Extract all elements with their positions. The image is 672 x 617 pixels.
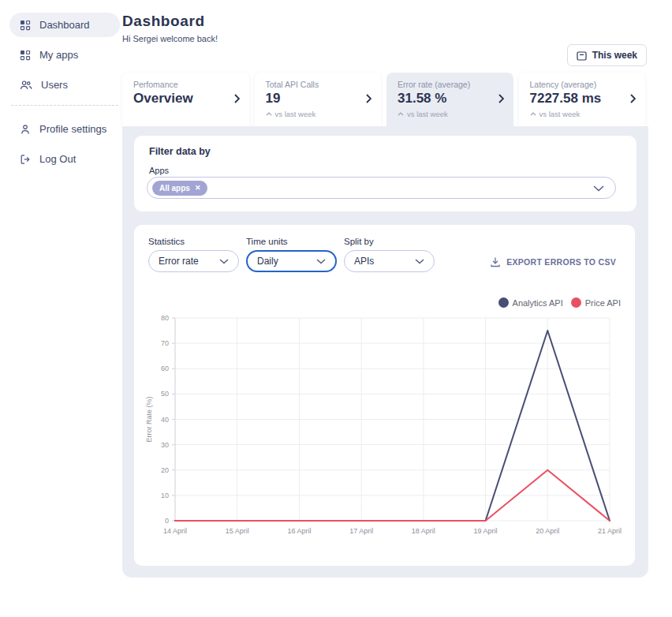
sidebar-item-label: My apps [39, 49, 78, 61]
sidebar-divider [11, 105, 118, 106]
chart-legend: Analytics API Price API [498, 297, 621, 308]
grid-icon [20, 20, 31, 31]
users-icon [20, 80, 32, 91]
stat-card-label: Perfomance [133, 80, 229, 89]
svg-text:14 April: 14 April [163, 527, 187, 535]
chevron-right-icon [366, 92, 371, 107]
svg-text:19 April: 19 April [474, 527, 498, 535]
chevron-down-icon[interactable] [593, 181, 604, 195]
chip-remove-icon[interactable]: ✕ [195, 184, 201, 192]
split-by-select[interactable]: APIs [344, 250, 435, 272]
statistics-select[interactable]: Error rate [148, 250, 239, 272]
filter-title: Filter data by [149, 146, 211, 157]
stat-card-value: 7227.58 ms [530, 91, 625, 107]
chevron-down-icon [219, 256, 229, 267]
legend-item-price-api[interactable]: Price API [571, 297, 621, 308]
legend-item-analytics-api[interactable]: Analytics API [498, 297, 563, 308]
statistics-control: Statistics Error rate [148, 237, 239, 272]
chip-label: All apps [159, 184, 190, 193]
chevron-up-icon [530, 112, 536, 116]
chart-panel: Statistics Error rate Time units Daily [134, 225, 635, 566]
period-selector-button[interactable]: This week [567, 44, 647, 66]
svg-text:50: 50 [161, 390, 169, 398]
sidebar-item-label: Users [41, 79, 68, 91]
chevron-up-icon [398, 112, 404, 116]
apps-multiselect[interactable]: All apps ✕ [147, 177, 616, 199]
apps-filter-label: Apps [149, 166, 169, 175]
error-rate-line-chart: 0102030405060708014 April15 April16 Apri… [144, 308, 626, 544]
time-units-select[interactable]: Daily [246, 250, 337, 272]
svg-text:10: 10 [161, 492, 169, 499]
svg-text:18 April: 18 April [412, 527, 435, 535]
svg-text:Error Rate (%): Error Rate (%) [145, 396, 153, 442]
period-selector-label: This week [592, 50, 637, 61]
calendar-icon [577, 50, 587, 61]
chevron-down-icon [415, 256, 424, 267]
stat-card-value: Overview [133, 91, 229, 107]
download-icon [490, 256, 501, 267]
time-units-control: Time units Daily [246, 237, 337, 272]
stat-card-performance[interactable]: Perfomance Overview [122, 73, 249, 126]
sidebar-item-profile-settings[interactable]: Profile settings [9, 117, 120, 141]
svg-text:0: 0 [165, 517, 169, 525]
sidebar-item-dashboard[interactable]: Dashboard [9, 13, 120, 37]
chevron-right-icon [234, 92, 240, 107]
sidebar-item-label: Dashboard [39, 19, 90, 31]
svg-text:30: 30 [161, 441, 169, 449]
stat-card-trend: vs last week [398, 110, 493, 118]
split-by-selected-value: APIs [354, 256, 374, 267]
export-csv-button[interactable]: EXPORT ERRORS TO CSV [490, 256, 616, 267]
grid-icon [20, 50, 31, 61]
stat-card-label: Total API Calls [266, 80, 361, 89]
split-by-control: Split by APIs [344, 237, 435, 272]
stat-card-label: Error rate (average) [398, 80, 493, 89]
sidebar-item-my-apps[interactable]: My apps [9, 43, 120, 67]
main-content-panel: Filter data by Apps All apps ✕ Statistic… [122, 126, 648, 578]
legend-dot [571, 297, 581, 308]
stat-cards-row: Perfomance Overview Total API Calls 19 v… [122, 73, 645, 126]
stat-card-value: 19 [266, 91, 361, 107]
split-by-label: Split by [344, 237, 435, 246]
export-csv-label: EXPORT ERRORS TO CSV [506, 257, 616, 267]
chevron-down-icon [316, 256, 326, 267]
svg-text:70: 70 [161, 339, 169, 347]
legend-label: Price API [585, 298, 621, 308]
svg-text:60: 60 [161, 365, 169, 372]
time-units-selected-value: Daily [257, 256, 278, 267]
time-units-label: Time units [246, 237, 337, 246]
svg-text:16 April: 16 April [287, 527, 311, 535]
logout-icon [20, 154, 31, 165]
stat-card-error-rate[interactable]: Error rate (average) 31.58 % vs last wee… [386, 73, 513, 126]
stat-card-trend: vs last week [266, 110, 361, 118]
page-title: Dashboard [122, 13, 205, 30]
app-window: Dashboard My apps Users [0, 0, 672, 617]
legend-label: Analytics API [513, 298, 563, 308]
svg-text:21 April: 21 April [598, 527, 622, 535]
chevron-right-icon [630, 92, 636, 107]
statistics-label: Statistics [148, 237, 239, 246]
svg-text:17 April: 17 April [349, 527, 373, 535]
person-icon [20, 124, 31, 135]
stat-card-latency[interactable]: Latency (average) 7227.58 ms vs last wee… [519, 73, 646, 126]
svg-text:20: 20 [161, 466, 169, 474]
stat-card-total-api-calls[interactable]: Total API Calls 19 vs last week [255, 73, 382, 126]
sidebar: Dashboard My apps Users [9, 13, 120, 177]
stat-card-trend: vs last week [530, 110, 625, 118]
sidebar-item-log-out[interactable]: Log Out [9, 147, 120, 171]
chevron-up-icon [266, 112, 272, 116]
stat-card-value: 31.58 % [398, 91, 493, 107]
sidebar-item-label: Profile settings [39, 123, 106, 135]
app-filter-chip[interactable]: All apps ✕ [152, 181, 207, 196]
svg-text:40: 40 [161, 416, 169, 424]
page-subtitle: Hi Sergei welcome back! [122, 34, 218, 43]
chevron-right-icon [498, 92, 504, 107]
svg-text:15 April: 15 April [226, 527, 249, 535]
stat-card-label: Latency (average) [530, 80, 625, 89]
statistics-selected-value: Error rate [159, 256, 199, 267]
svg-text:20 April: 20 April [536, 527, 559, 535]
filter-panel: Filter data by Apps All apps ✕ [134, 136, 637, 211]
legend-dot [498, 297, 509, 308]
sidebar-item-users[interactable]: Users [9, 73, 120, 97]
svg-text:80: 80 [161, 314, 169, 322]
sidebar-item-label: Log Out [39, 153, 76, 165]
